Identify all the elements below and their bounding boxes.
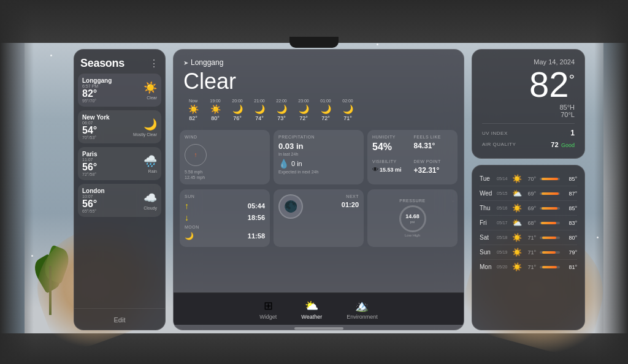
hour-item-0: Now ☀️ 82° (183, 99, 203, 121)
forecast-icon: ☀️ (511, 203, 523, 213)
forecast-row: Fri 05/17 ⛅ 68° 83° (480, 216, 577, 230)
high-temp: 85°H (559, 104, 575, 111)
forecast-day: Tue (480, 175, 497, 182)
forecast-icon: ⛅ (511, 189, 523, 198)
forecast-card: Tue 05/14 ☀️ 70° 85° Wed 05/15 ⛅ 69° 87°… (472, 165, 585, 330)
bottom-widgets: SUN ↑ 05:44 ↓ 18:56 MOON 🌙 11:58 (174, 189, 464, 253)
uv-label: UV INDEX (482, 131, 508, 136)
pressure-widget: PRESSURE 14.68 psi Low High (367, 189, 458, 247)
hour-item-2: 20:00 🌙 76° (228, 99, 247, 121)
edit-button[interactable]: Edit (114, 316, 126, 324)
current-condition: Clear (183, 69, 454, 94)
forecast-date: 05/16 (497, 206, 511, 210)
panels-container: Seasons ⋮ Longgang 6:57 PM 82° 95°/70° ☀… (74, 49, 585, 330)
env-tab-label: Environment (347, 314, 378, 320)
wind-gust: 12.45 mph (185, 175, 205, 180)
wind-widget: WIND ↑ 5.58 mph 12.45 mph (180, 130, 270, 184)
forecast-icon: ⛅ (511, 218, 523, 227)
forecast-high: 85° (564, 176, 577, 182)
uv-aqi-section: UV INDEX 1 AIR QUALITY 72 Good (482, 123, 575, 150)
forecast-bar (542, 251, 556, 254)
visibility-icon: 👁 (372, 166, 378, 173)
forecast-low: 71° (523, 264, 536, 270)
location-line: ➤ Longgang (183, 58, 454, 67)
moon-next-time: 01:20 (342, 201, 359, 208)
dewpoint-value: +32.31° (414, 166, 453, 175)
uv-row: UV INDEX 1 (482, 129, 575, 137)
hour-item-1: 19:00 ☀️ 80° (205, 99, 225, 121)
forecast-row: Sun 05/19 ☀️ 71° 79° (480, 245, 577, 260)
forecast-bar-container (540, 207, 560, 210)
precip-sub: In last 24h (278, 152, 359, 156)
forecast-low: 69° (523, 191, 536, 197)
seasons-header: Seasons ⋮ (74, 50, 165, 74)
forecast-bar (542, 237, 556, 239)
city-name-ny: New York (82, 114, 133, 121)
wind-speed: 5.58 mph (185, 170, 202, 174)
sun-rise-time: 05:44 (248, 202, 265, 210)
feels-like-widget: HUMIDITY 54% FEELS LIKE 84.31° VISIBILIT… (367, 130, 458, 184)
tab-weather[interactable]: ⛅ Weather (289, 297, 334, 322)
feels-like-value: 84.31° (414, 142, 453, 150)
forecast-bar (542, 207, 557, 210)
high-low-row: 85°H 70°L (482, 104, 575, 118)
forecast-bar (541, 222, 556, 224)
precip-value: 0.03 in (278, 142, 359, 151)
forecast-low: 70° (523, 176, 536, 182)
weather-tab-icon: ⛅ (305, 299, 318, 313)
forecast-day: Fri (480, 219, 497, 226)
forecast-icon: ☀️ (511, 233, 523, 242)
city-item-paris[interactable]: Paris 11:07 56° 72°/58° 🌧️ Rain (78, 147, 161, 180)
sun-set-icon: ↓ (185, 213, 189, 222)
drop-value: 0 in (291, 160, 302, 167)
forecast-bar-container (540, 251, 560, 254)
hour-item-6: 01:00 🌙 72° (316, 99, 335, 121)
weather-top: ➤ Longgang Clear Now ☀️ 82° 19:00 ☀️ (174, 50, 464, 126)
tab-widget[interactable]: ⊞ Widget (247, 297, 289, 322)
tab-bar: ⊞ Widget ⛅ Weather 🏔️ Environment (174, 292, 464, 325)
seasons-title: Seasons (80, 57, 124, 70)
pressure-range: Low High (405, 233, 420, 237)
city-name: Longgang (82, 77, 144, 84)
visibility-value: 15.53 mi (380, 167, 402, 173)
forecast-row: Thu 05/16 ☀️ 69° 85° (480, 201, 577, 216)
aqi-row: AIR QUALITY 72 Good (482, 138, 575, 150)
moon-row: 🌙 11:58 (185, 232, 265, 240)
weather-left: ➤ Longgang Clear Now ☀️ 82° 19:00 ☀️ (183, 58, 454, 121)
forecast-bar (542, 192, 559, 195)
humidity-value: 54% (372, 142, 412, 153)
forecast-bar (542, 178, 557, 180)
aqi-status: Good (561, 142, 575, 148)
big-temperature: 82° (482, 67, 575, 102)
city-name-paris: Paris (82, 151, 144, 157)
city-item-longgang[interactable]: Longgang 6:57 PM 82° 95°/70° ☀️ Clear (78, 74, 161, 107)
hour-icon-0: ☀️ (188, 104, 199, 114)
more-icon[interactable]: ⋮ (149, 58, 159, 69)
city-time: 6:57 PM (82, 84, 144, 88)
city-info-longgang: Longgang 6:57 PM 82° 95°/70° (82, 77, 144, 103)
hour-item-7: 02:00 🌙 71° (338, 99, 358, 121)
forecast-high: 87° (564, 191, 577, 197)
drop-sub: Expected in next 24h (278, 170, 359, 174)
city-item-london[interactable]: London 10:07 56° 65°/55° ☁️ Cloudy (78, 184, 161, 217)
uv-value: 1 (570, 129, 575, 137)
city-item-newyork[interactable]: New York 06:07 54° 70°/53° 🌙 Mostly Clea… (78, 110, 161, 143)
city-hilo: 95°/70° (82, 99, 144, 103)
tab-environment[interactable]: 🏔️ Environment (334, 297, 390, 322)
window-frame-left (0, 0, 34, 364)
widget-tab-icon: ⊞ (264, 299, 273, 313)
forecast-icon: ☀️ (511, 248, 523, 257)
forecast-bar-container (540, 178, 560, 180)
precipitation-widget: PRECIPITATION 0.03 in In last 24h 💧 0 in… (274, 130, 364, 184)
moon-rise-time: 11:58 (248, 232, 265, 240)
hour-item-5: 23:00 🌙 72° (294, 99, 313, 121)
camera-bump (289, 37, 339, 48)
forecast-day: Sat (480, 234, 497, 241)
weather-tab-label: Weather (301, 314, 322, 320)
home-indicator (294, 327, 343, 330)
pressure-value: 14.68 (405, 214, 419, 220)
forecast-high: 81° (564, 264, 577, 270)
sun-row: ↑ 05:44 (185, 201, 265, 211)
forecast-date: 05/18 (497, 235, 511, 240)
drop-icon: 💧 (278, 159, 289, 169)
